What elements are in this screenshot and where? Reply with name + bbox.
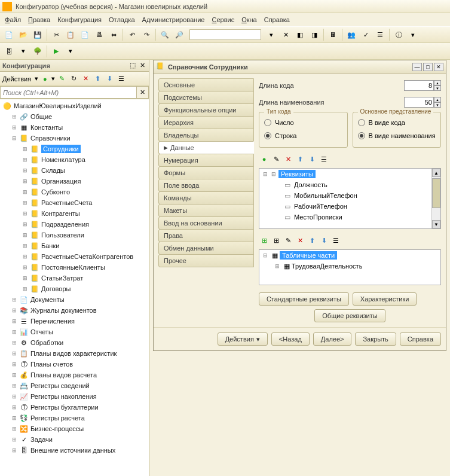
compare-icon[interactable]: ⇔ bbox=[107, 28, 120, 41]
tree-icon[interactable]: 🌳 bbox=[31, 45, 44, 58]
down-icon[interactable]: ⬇ bbox=[104, 74, 115, 84]
tree-item[interactable]: ⊟📒Справочники bbox=[0, 133, 149, 144]
db-icon[interactable]: 🗄 bbox=[2, 45, 16, 58]
menu-help[interactable]: Справка bbox=[264, 16, 290, 23]
back-button[interactable]: <Назад bbox=[271, 332, 310, 346]
characteristics-button[interactable]: Характеристики bbox=[353, 292, 417, 306]
attr-down-icon[interactable]: ⬇ bbox=[307, 154, 317, 164]
config-tree[interactable]: 🟡 МагазинЮвелирныхИзделий ⊞🔗Общие⊞▦Конст… bbox=[0, 99, 149, 476]
panel-pin-icon[interactable]: ⬚ bbox=[128, 62, 137, 70]
close-icon[interactable]: ✕ bbox=[434, 63, 443, 71]
attr-edit-icon[interactable]: ✎ bbox=[271, 154, 281, 164]
print-icon[interactable]: 🖶 bbox=[93, 28, 106, 41]
attr-props-icon[interactable]: ☰ bbox=[319, 154, 329, 164]
tree-item[interactable]: ⊞ⓉПланы счетов bbox=[0, 359, 149, 370]
tree-item[interactable]: ⊞💰Планы видов расчета bbox=[0, 370, 149, 380]
expand-icon[interactable]: ⊞ bbox=[22, 167, 29, 174]
expand-icon[interactable]: ⊞ bbox=[11, 318, 18, 325]
actions-button[interactable]: Действия ▾ bbox=[218, 332, 268, 346]
tab-down-icon[interactable]: ⬇ bbox=[319, 235, 329, 246]
attr-del-icon[interactable]: ✕ bbox=[283, 154, 293, 164]
delete-icon[interactable]: ✕ bbox=[80, 74, 91, 84]
attr-item[interactable]: ▭РабочийТелефон bbox=[259, 201, 440, 212]
add-icon[interactable]: ● bbox=[39, 74, 50, 84]
dlg-tab[interactable]: ▶Данные bbox=[158, 141, 254, 154]
scrollbar[interactable]: ▲ ▼ bbox=[431, 169, 440, 228]
maximize-icon[interactable]: □ bbox=[423, 63, 433, 71]
tree-child[interactable]: ⊞📒РасчетныеСчетаКонтрагентов bbox=[0, 251, 149, 262]
search-clear-icon[interactable]: ✕ bbox=[137, 86, 149, 99]
syntax-icon[interactable]: ✓ bbox=[359, 28, 372, 41]
expand-icon[interactable]: ⊞ bbox=[11, 339, 18, 346]
tree-child[interactable]: ⊞📒РасчетныеСчета bbox=[0, 197, 149, 208]
code-len-input[interactable] bbox=[404, 80, 434, 91]
expand-icon[interactable]: ⊞ bbox=[11, 307, 18, 314]
expand-icon[interactable]: ⊞ bbox=[11, 124, 18, 131]
expand-icon[interactable]: ⊞ bbox=[22, 264, 29, 271]
copy-icon[interactable]: 📋 bbox=[64, 28, 77, 41]
tree-child[interactable]: ⊞📒Пользователи bbox=[0, 230, 149, 240]
dropdown-icon[interactable]: ▾ bbox=[265, 28, 278, 41]
add-drop-icon[interactable]: ▾ bbox=[51, 75, 55, 83]
collapse-icon[interactable]: ⊟ bbox=[11, 135, 18, 142]
cut-icon[interactable]: ✂ bbox=[50, 28, 63, 41]
tabular-root[interactable]: ⊟▦ Табличные части bbox=[259, 250, 440, 261]
expand-icon[interactable]: ⊞ bbox=[11, 447, 18, 454]
dlg-tab[interactable]: Формы bbox=[158, 166, 254, 179]
expand-icon[interactable]: ⊞ bbox=[22, 156, 29, 163]
expand-icon[interactable]: ⊞ bbox=[11, 393, 18, 400]
tab-props-icon[interactable]: ☰ bbox=[330, 235, 341, 246]
expand-icon[interactable]: ⊞ bbox=[11, 361, 18, 368]
dlg-tab[interactable]: Команды bbox=[158, 191, 254, 205]
tree-child[interactable]: ⊞📒Номенклатура bbox=[0, 154, 149, 165]
tab-add-icon[interactable]: ⊞ bbox=[259, 235, 270, 246]
expand-icon[interactable]: ⊞ bbox=[11, 425, 18, 432]
name-len-spinner[interactable]: ▲▼ bbox=[434, 97, 441, 108]
tree-item[interactable]: ⊞📋Планы видов характеристик bbox=[0, 348, 149, 359]
tree-item[interactable]: ⊞📄Документы bbox=[0, 294, 149, 305]
menu-config[interactable]: Конфигурация bbox=[57, 16, 102, 23]
tree-item[interactable]: ⊞✓Задачи bbox=[0, 434, 149, 445]
tree-item[interactable]: ⊞📊Отчеты bbox=[0, 327, 149, 337]
tree-item[interactable]: ⊞⚙Обработки bbox=[0, 337, 149, 348]
expand-icon[interactable]: ⊞ bbox=[11, 414, 18, 422]
attr-up-icon[interactable]: ⬆ bbox=[295, 154, 305, 164]
tree-item[interactable]: ⊞📇Регистры сведений bbox=[0, 380, 149, 391]
expand-icon[interactable]: ⊞ bbox=[11, 382, 18, 389]
expand-icon[interactable]: ⊞ bbox=[11, 328, 18, 335]
dlg-tab[interactable]: Поле ввода bbox=[158, 179, 254, 192]
scroll-thumb[interactable] bbox=[432, 178, 440, 208]
play-icon[interactable]: ▶ bbox=[50, 45, 63, 58]
play-drop-icon[interactable]: ▾ bbox=[64, 45, 77, 58]
calc-icon[interactable]: 🖩 bbox=[326, 28, 339, 41]
scroll-down-icon[interactable]: ▼ bbox=[432, 220, 440, 228]
attr-add-icon[interactable]: ● bbox=[259, 154, 270, 164]
up-icon[interactable]: ⬆ bbox=[92, 74, 103, 84]
expand-icon[interactable]: ⊞ bbox=[11, 371, 18, 379]
nav1-icon[interactable]: ◧ bbox=[293, 28, 307, 41]
tab-edit-icon[interactable]: ✎ bbox=[283, 235, 293, 246]
code-len-spinner[interactable]: ▲▼ bbox=[434, 80, 441, 91]
expand-icon[interactable]: ⊞ bbox=[22, 231, 29, 239]
expand-icon[interactable]: ⊞ bbox=[22, 253, 29, 260]
dlg-tab[interactable]: Иерархия bbox=[158, 116, 254, 129]
attr-item[interactable]: ▭Должность bbox=[259, 179, 440, 190]
attrs-tree[interactable]: ⊟⊟ Реквизиты ▭Должность▭МобильныйТелефон… bbox=[259, 168, 441, 229]
tab-up-icon[interactable]: ⬆ bbox=[307, 235, 317, 246]
dlg-tab[interactable]: Макеты bbox=[158, 204, 254, 217]
tree-child[interactable]: ⊞📒Договоры bbox=[0, 283, 149, 294]
dlg-tab[interactable]: Обмен данными bbox=[158, 242, 254, 255]
next-button[interactable]: Далее> bbox=[313, 332, 352, 346]
dlg-tab[interactable]: Прочее bbox=[158, 254, 254, 267]
tree-item[interactable]: ⊞▦Константы bbox=[0, 122, 149, 133]
minimize-icon[interactable]: — bbox=[412, 63, 422, 71]
edit-icon[interactable]: ✎ bbox=[56, 74, 67, 84]
menu-debug[interactable]: Отладка bbox=[109, 16, 134, 23]
save-icon[interactable]: 💾 bbox=[31, 28, 44, 41]
menu-service[interactable]: Сервис bbox=[212, 16, 234, 23]
expand-icon[interactable]: ⊞ bbox=[11, 350, 18, 357]
sort-icon[interactable]: ☰ bbox=[116, 74, 127, 84]
expand-icon[interactable]: ⊞ bbox=[22, 221, 29, 228]
common-attrs-button[interactable]: Общие реквизиты bbox=[314, 309, 385, 322]
help-button[interactable]: Справка bbox=[400, 332, 441, 346]
